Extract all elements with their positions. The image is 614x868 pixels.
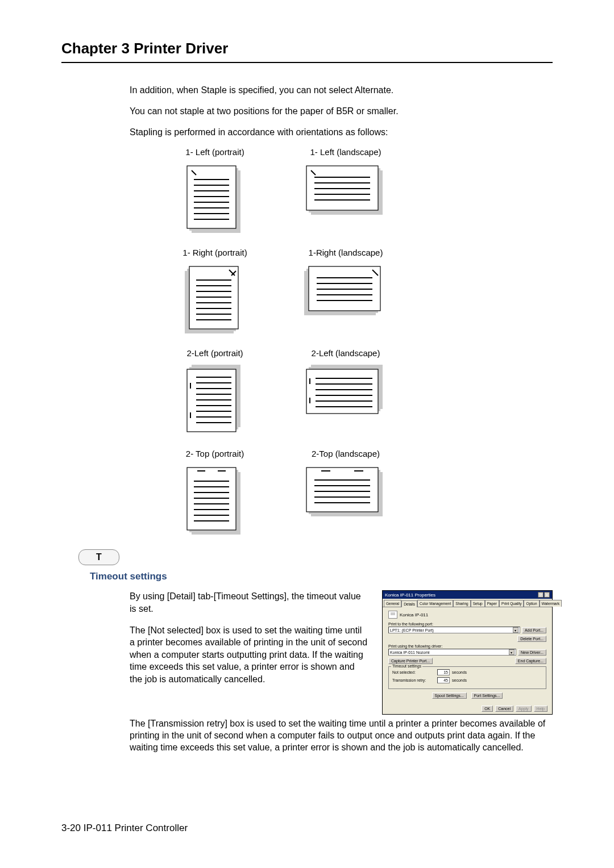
tab-paper[interactable]: Paper [485,600,499,607]
printer-icon [388,611,397,619]
staple-label: 1- Right (portrait) [152,248,277,257]
staple-1-right-portrait-icon [184,263,246,337]
printer-name: Konica IP-011 [400,612,428,617]
ok-button[interactable]: OK [482,706,493,712]
timeout-p3: The [Transmission retry] box is used to … [130,718,553,753]
section-heading-timeout: Timeout settings [90,571,553,582]
dialog-body: Konica IP-011 Print to the following por… [383,607,552,703]
port-settings-button[interactable]: Port Settings... [471,692,503,699]
staple-2-top-landscape-icon [303,464,388,521]
apply-button[interactable]: Apply [516,706,532,712]
spool-settings-button[interactable]: Spool Settings... [432,692,467,699]
port-combo[interactable]: LPT1: (ECP Printer Port)▾ [388,627,520,633]
close-icon[interactable]: × [544,592,550,598]
end-capture-button[interactable]: End Capture... [515,658,546,664]
intro-para-2: You can not staple at two positions for … [130,106,553,118]
staple-row-1: 1- Left (portrait) 1- Left (landscape) [130,147,553,236]
tab-color-management[interactable]: Color Management [417,600,453,607]
dialog-tabs: General Details Color Management Sharing… [383,599,552,607]
timeout-section: By using [Detail] tab-[Timeout Settings]… [130,590,553,753]
chevron-down-icon: ▾ [509,649,515,655]
tab-setup[interactable]: Setup [471,600,485,607]
not-selected-label: Not selected: [392,670,435,674]
timeout-p2: The [Not selected] box is used to set th… [130,624,368,686]
staple-1-right-landscape-icon [303,263,388,320]
dialog-title-text: Konica IP-011 Properties [385,592,435,598]
tab-sharing[interactable]: Sharing [453,600,470,607]
trans-retry-label: Transmission retry: [392,678,435,682]
new-driver-button[interactable]: New Driver... [518,649,546,656]
seconds-label: seconds [452,670,467,674]
staple-label: 1- Left (landscape) [277,147,414,157]
staple-diagrams: 1- Left (portrait) 1- Left (landscape) [130,147,553,538]
delete-port-button[interactable]: Delete Port... [517,636,546,642]
staple-2-top-portrait-icon [184,464,246,538]
tab-details[interactable]: Details [401,600,417,607]
tab-print-quality[interactable]: Print Quality [499,600,524,607]
tab-general[interactable]: General [384,600,401,607]
add-port-button[interactable]: Add Port... [522,627,546,633]
staple-row-3: 2-Left (portrait) [130,348,553,437]
capture-port-button[interactable]: Capture Printer Port... [388,658,433,664]
timeout-text: By using [Detail] tab-[Timeout Settings]… [130,590,368,715]
tab-option[interactable]: Option [524,600,539,607]
staple-label: 2-Left (landscape) [277,348,414,358]
staple-1-left-portrait-icon [184,162,246,236]
driver-combo[interactable]: Konica IP-011 Nozomi▾ [388,649,516,656]
staple-2-left-landscape-icon [303,364,388,420]
page-footer: 3-20 IP-011 Printer Controller [61,823,188,834]
cancel-button[interactable]: Cancel [495,706,513,712]
help-icon[interactable]: ? [538,592,544,598]
t-badge: T [78,549,119,565]
dialog-bottom-row: OK Cancel Apply Help [383,703,552,714]
timeout-p1: By using [Detail] tab-[Timeout Settings]… [130,590,368,615]
staple-label: 1- Left (portrait) [152,147,277,157]
intro-para-3: Stapling is performed in accordance with… [130,127,553,139]
chevron-down-icon: ▾ [513,627,518,633]
timeout-legend: Timeout settings [391,664,422,668]
trans-retry-input[interactable] [437,677,450,683]
properties-dialog: Konica IP-011 Properties ? × General Det… [382,590,553,715]
timeout-fieldset: Timeout settings Not selected: seconds T… [388,666,546,689]
svg-rect-83 [306,468,378,512]
help-button[interactable]: Help [534,706,547,712]
staple-label: 2-Left (portrait) [152,348,277,358]
not-selected-input[interactable] [437,669,450,675]
dialog-titlebar: Konica IP-011 Properties ? × [383,591,552,599]
port-label: Print to the following port: [388,622,546,626]
staple-1-left-landscape-icon [303,162,388,219]
tab-watermark[interactable]: Watermark [540,600,562,607]
intro-para-1: In addition, when Staple is specified, y… [130,85,553,97]
staple-row-2: 1- Right (portrait) 1-Right (la [130,248,553,337]
staple-row-4: 2- Top (portrait) 2-Top (landsc [130,449,553,538]
seconds-label: seconds [452,678,467,682]
staple-label: 1-Right (landscape) [277,248,414,257]
staple-label: 2- Top (portrait) [152,449,277,458]
staple-2-left-portrait-icon [184,364,246,437]
content: In addition, when Staple is specified, y… [130,85,553,538]
chapter-title: Chapter 3 Printer Driver [61,40,553,63]
staple-label: 2-Top (landscape) [277,449,414,458]
driver-label: Print using the following driver: [388,644,546,648]
